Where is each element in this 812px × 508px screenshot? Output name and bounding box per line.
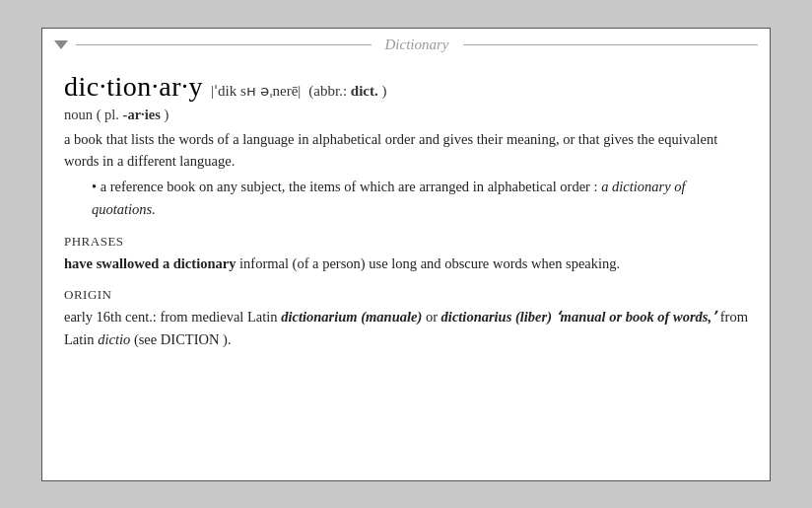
entry-word: dic·tion·ar·y: [64, 71, 203, 103]
phrase-rest: informal (of a person) use long and obsc…: [239, 255, 620, 271]
origin-line: early 16th cent.: from medieval Latin di…: [64, 306, 748, 351]
abbr-suffix: ): [382, 83, 387, 99]
definition-2: • a reference book on any subject, the i…: [64, 176, 748, 220]
origin-text5: ).: [223, 331, 231, 347]
entry-pronunciation: |ˈdik sʜ əˌnerē|: [211, 82, 301, 100]
phrases-title: PHRASES: [64, 234, 748, 250]
definition-1: a book that lists the words of a languag…: [64, 128, 748, 173]
origin-text2: or: [426, 309, 441, 325]
origin-bold-italic1: dictionarium (manuale): [281, 309, 422, 325]
entry-abbr: (abbr.: dict. ): [308, 83, 386, 100]
spacer-1: [64, 220, 748, 234]
phrase-line: have swallowed a dictionary informal (of…: [64, 253, 748, 274]
origin-bold-italic2: dictionarius (liber) ʻmanual or book of …: [441, 309, 717, 325]
header-line-right: [463, 44, 759, 45]
card-header: Dictionary: [42, 29, 770, 57]
pos-line: noun ( pl. -ar·ies ): [64, 107, 748, 123]
card-title: Dictionary: [372, 36, 463, 53]
origin-text4: (see: [134, 331, 161, 347]
phrase-bold: have swallowed a dictionary: [64, 255, 236, 271]
pos-word: noun: [64, 107, 93, 122]
origin-title: ORIGIN: [64, 287, 748, 303]
origin-text1: early 16th cent.: from medieval Latin: [64, 309, 281, 325]
abbr-prefix: (abbr.:: [308, 83, 347, 99]
entry-word-line: dic·tion·ar·y |ˈdik sʜ əˌnerē| (abbr.: d…: [64, 71, 748, 103]
abbr-word: dict.: [351, 83, 378, 99]
def2-text: a reference book on any subject, the ite…: [101, 179, 598, 194]
card-body: dic·tion·ar·y |ˈdik sʜ əˌnerē| (abbr.: d…: [42, 57, 770, 370]
header-line-left: [76, 44, 372, 45]
origin-caps: DICTION: [161, 331, 220, 347]
dictionary-card: Dictionary dic·tion·ar·y |ˈdik sʜ əˌnerē…: [41, 28, 771, 481]
plural-word: -ar·ies: [123, 107, 161, 122]
origin-italic3: dictio: [98, 331, 130, 347]
bullet: •: [92, 179, 97, 194]
plural-prefix: ( pl.: [97, 107, 119, 122]
plural-suffix: ): [164, 107, 169, 122]
collapse-triangle-icon[interactable]: [54, 40, 68, 49]
